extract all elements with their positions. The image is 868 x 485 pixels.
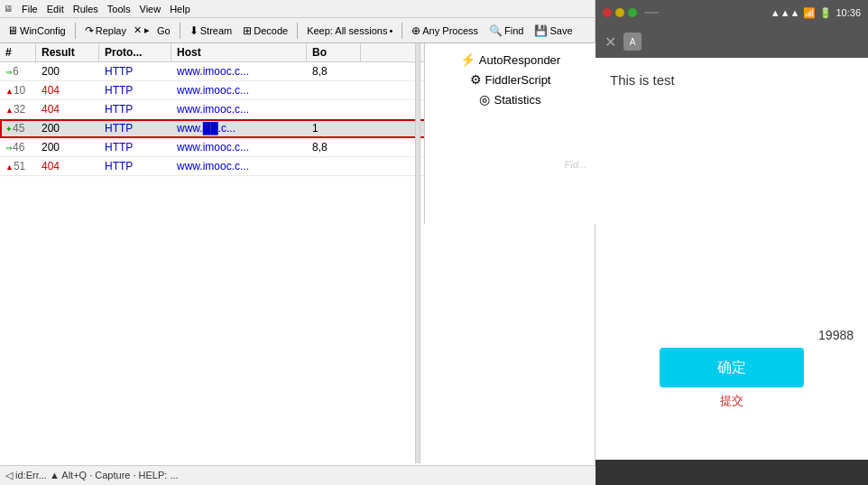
col-number: # [0, 43, 36, 61]
col-host: Host [171, 43, 307, 61]
vertical-splitter[interactable] [415, 43, 420, 463]
right-panel-label: FiddlerScript [485, 73, 551, 87]
replay-icon: ↷ [85, 24, 94, 37]
android-pane: ▲▲▲ 📶 🔋 10:36 ✕ A This is test 19988 确定 … [596, 0, 868, 485]
col-result: Result [36, 43, 99, 61]
cell-body: 8,8 [307, 62, 361, 80]
cell-proto: HTTP [99, 81, 171, 99]
cell-result: 404 [36, 100, 99, 118]
close-x-label: ✕ ▸ [134, 24, 150, 36]
row-icon: ⇒ [5, 68, 13, 77]
find-icon: 🔍 [489, 24, 503, 37]
right-panel-item[interactable]: ⚙FiddlerScript [470, 72, 551, 87]
android-appbar: ✕ A [596, 25, 868, 58]
toolbar-separator-4 [402, 23, 402, 39]
toolbar-separator-1 [75, 23, 76, 39]
cell-body [307, 157, 361, 175]
menu-rules[interactable]: Rules [73, 4, 98, 14]
submit-link[interactable]: 提交 [720, 393, 743, 409]
cell-body [307, 100, 361, 118]
save-icon: 💾 [534, 24, 548, 37]
menu-view[interactable]: View [140, 4, 162, 14]
dot-red [603, 8, 612, 17]
fiddler-right-panel: ⚡AutoResponder⚙FiddlerScript◎StatisticsF… [424, 43, 596, 224]
confirm-button[interactable]: 确定 [660, 348, 804, 387]
cell-result: 200 [36, 138, 99, 156]
android-titlebar: ▲▲▲ 📶 🔋 10:36 [596, 0, 868, 25]
cell-body [307, 81, 361, 99]
cell-host: www.imooc.c... [171, 138, 307, 156]
cell-id: ▲32 [0, 100, 36, 118]
right-panel-icon: ◎ [479, 92, 490, 107]
cell-result: 404 [36, 81, 99, 99]
cell-id: ⇒6 [0, 62, 36, 80]
menu-help[interactable]: Help [170, 4, 190, 14]
cell-body: 8,8 [307, 138, 361, 156]
status-text: ◁ id:Err... ▲ Alt+Q · Capture · HELP: ..… [5, 470, 179, 481]
row-icon: ▲ [5, 106, 14, 115]
android-navbar [596, 460, 868, 485]
decode-icon: ⊞ [243, 24, 252, 37]
decode-button[interactable]: ⊞ Decode [239, 23, 291, 38]
replay-button[interactable]: ↷ Replay [81, 23, 130, 38]
signal-icon: ▲▲▲ [771, 7, 800, 18]
cell-result: 404 [36, 157, 99, 175]
right-panel-label: AutoResponder [479, 53, 560, 67]
android-titlebar-right: ▲▲▲ 📶 🔋 10:36 [771, 7, 861, 19]
toolbar-separator-3 [297, 23, 298, 39]
android-content: This is test 19988 确定 提交 [596, 58, 868, 460]
battery-icon: 🔋 [819, 7, 832, 19]
cell-proto: HTTP [99, 138, 171, 156]
toolbar-separator-2 [180, 23, 180, 39]
keep-button[interactable]: Keep: All sessions • [303, 24, 396, 37]
dot-yellow [615, 8, 624, 17]
android-close-button[interactable]: ✕ [605, 33, 616, 51]
winconfig-button[interactable]: 🖥 WinConfig [4, 23, 69, 38]
menu-edit[interactable]: Edit [47, 4, 64, 14]
stream-icon: ⬇ [189, 24, 199, 37]
cell-host: www.imooc.c... [171, 100, 307, 118]
cell-result: 200 [36, 119, 99, 137]
menu-file[interactable]: File [22, 4, 38, 14]
cell-body: 1 [307, 119, 361, 137]
cell-id: ✦45 [0, 119, 36, 137]
cell-proto: HTTP [99, 62, 171, 80]
right-panel-label: Statistics [494, 93, 540, 107]
android-window-title [644, 12, 659, 14]
cell-host: www.imooc.c... [171, 81, 307, 99]
menu-bar: 🖥 File Edit Rules Tools View Help [0, 0, 595, 18]
go-button[interactable]: Go [153, 24, 174, 37]
right-panel-item[interactable]: ◎Statistics [479, 92, 540, 107]
cell-id: ▲51 [0, 157, 36, 175]
toolbar: 🖥 WinConfig ↷ Replay ✕ ▸ Go ⬇ Stream ⊞ D… [0, 18, 595, 43]
row-icon: ⇒ [5, 144, 13, 153]
save-button[interactable]: 💾 Save [531, 23, 576, 38]
any-process-button[interactable]: ⊕ Any Process [408, 23, 482, 38]
wifi-icon: 📶 [803, 7, 816, 19]
android-titlebar-left [603, 8, 659, 17]
right-panel-icon: ⚡ [460, 52, 476, 67]
winconfig-icon: 🖥 [7, 24, 18, 37]
row-icon: ▲ [5, 87, 14, 96]
android-app-icon: A [623, 33, 642, 51]
cell-result: 200 [36, 62, 99, 80]
cell-host: www.imooc.c... [171, 157, 307, 175]
status-bar: ◁ id:Err... ▲ Alt+Q · Capture · HELP: ..… [0, 465, 596, 485]
number-display: 19988 [818, 328, 854, 342]
cell-host: www.██.c... [171, 119, 307, 137]
cell-host: www.imooc.c... [171, 62, 307, 80]
right-panel-item[interactable]: ⚡AutoResponder [460, 52, 560, 67]
menu-tools[interactable]: Tools [107, 4, 131, 14]
time-display: 10:36 [836, 7, 861, 18]
cell-id: ⇒46 [0, 138, 36, 156]
cell-proto: HTTP [99, 157, 171, 175]
stream-button[interactable]: ⬇ Stream [186, 23, 235, 38]
test-text: This is test [610, 72, 854, 88]
right-panel-icon: ⚙ [470, 72, 482, 87]
row-icon: ✦ [5, 125, 13, 134]
col-proto: Proto... [99, 43, 171, 61]
cell-proto: HTTP [99, 119, 171, 137]
col-body: Bo [307, 43, 361, 61]
any-process-icon: ⊕ [411, 24, 420, 37]
find-button[interactable]: 🔍 Find [485, 23, 527, 38]
